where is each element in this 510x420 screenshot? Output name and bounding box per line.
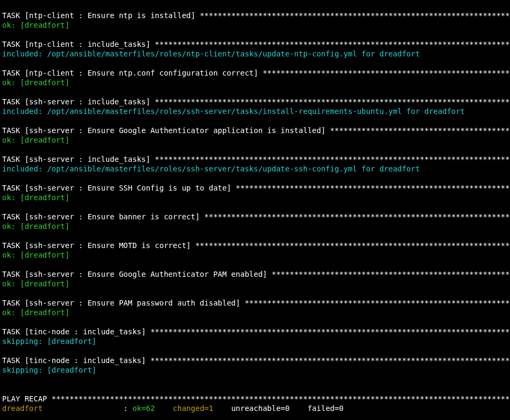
task-status: ok: [dreadfort] [2,78,508,87]
task-header: TASK [ssh-server : Ensure PAM password a… [2,298,508,308]
blank-line [2,30,508,39]
task-status: ok: [dreadfort] [2,308,508,317]
blank-line [2,375,508,384]
task-status: ok: [dreadfort] [2,221,508,231]
blank-line [2,289,508,298]
play-recap-stars: ****************************************… [52,394,510,403]
task-header: TASK [ssh-server : include_tasks] ******… [2,154,508,164]
task-status: included: /opt/ansible/masterfiles/roles… [2,106,508,116]
task-header: TASK [ntp-client : include_tasks] ******… [2,39,508,49]
task-stars: ****************************************… [155,97,510,106]
task-status: ok: [dreadfort] [2,135,508,145]
recap-colon: : [43,404,133,413]
task-label: TASK [ssh-server : Ensure Google Authent… [2,126,330,135]
task-header: TASK [ssh-server : Ensure SSH Config is … [2,183,508,193]
task-label: TASK [ntp-client : include_tasks] [2,40,155,48]
task-status: skipping: [dreadfort] [2,365,508,375]
task-header: TASK [tinc-node : include_tasks] *******… [2,327,508,336]
recap-host: dreadfort [2,404,43,413]
task-status: ok: [dreadfort] [2,193,508,202]
task-label: TASK [ssh-server : Ensure PAM password a… [2,299,245,307]
ansible-tasks: TASK [ntp-client : Ensure ntp is install… [2,11,508,384]
task-header: TASK [ntp-client : Ensure ntp is install… [2,11,508,20]
recap-failed: failed=0 [307,404,343,413]
recap-changed: changed=1 [173,404,213,413]
task-stars: ****************************************… [150,356,510,365]
task-stars: ****************************************… [204,212,510,221]
blank-line [2,145,508,154]
blank-line [2,174,508,183]
task-label: TASK [ssh-server : include_tasks] [2,97,155,106]
recap-ok: ok=62 [132,404,155,413]
task-status: ok: [dreadfort] [2,279,508,289]
task-header: TASK [ssh-server : Ensure Google Authent… [2,126,508,135]
task-header: TASK [ssh-server : Ensure MOTD is correc… [2,241,508,250]
task-header: TASK [ssh-server : Ensure Google Authent… [2,269,508,279]
blank-line [2,116,508,126]
task-label: TASK [ssh-server : Ensure banner is corr… [2,212,204,221]
terminal-output: TASK [ntp-client : Ensure ntp is install… [0,0,510,420]
task-label: TASK [ntp-client : Ensure ntp is install… [2,11,200,20]
blank-line [2,87,508,97]
blank-line [2,346,508,356]
task-header: TASK [ssh-server : Ensure banner is corr… [2,212,508,221]
blank-line [2,317,508,327]
task-status: ok: [dreadfort] [2,20,508,30]
task-stars: ****************************************… [263,69,510,77]
task-stars: ****************************************… [272,270,510,278]
task-label: TASK [ssh-server : Ensure SSH Config is … [2,184,236,192]
task-status: skipping: [dreadfort] [2,336,508,346]
task-header: TASK [tinc-node : include_tasks] *******… [2,356,508,365]
task-stars: ****************************************… [150,327,510,336]
task-stars: ****************************************… [330,126,510,135]
task-stars: ****************************************… [236,184,510,192]
blank-line [2,202,508,212]
task-status: included: /opt/ansible/masterfiles/roles… [2,49,508,59]
play-recap-block: PLAY RECAP *****************************… [2,394,508,413]
task-label: TASK [ntp-client : Ensure ntp.conf confi… [2,69,263,77]
task-header: TASK [ntp-client : Ensure ntp.conf confi… [2,68,508,78]
task-label: TASK [ssh-server : Ensure Google Authent… [2,270,272,278]
task-stars: ****************************************… [155,40,510,48]
blank-line [2,260,508,269]
task-stars: ****************************************… [245,299,510,307]
task-label: TASK [tinc-node : include_tasks] [2,327,150,336]
task-stars: ****************************************… [200,11,510,20]
blank-line [2,231,508,241]
recap-unreachable: unreachable=0 [231,404,290,413]
task-status: ok: [dreadfort] [2,250,508,260]
task-stars: ****************************************… [195,241,510,250]
task-stars: ****************************************… [155,155,510,163]
task-header: TASK [ssh-server : include_tasks] ******… [2,97,508,106]
blank-line [2,59,508,68]
task-label: TASK [ssh-server : include_tasks] [2,155,155,163]
task-label: TASK [ssh-server : Ensure MOTD is correc… [2,241,195,250]
task-label: TASK [tinc-node : include_tasks] [2,356,150,365]
task-status: included: /opt/ansible/masterfiles/roles… [2,164,508,174]
play-recap-header: PLAY RECAP [2,394,52,403]
